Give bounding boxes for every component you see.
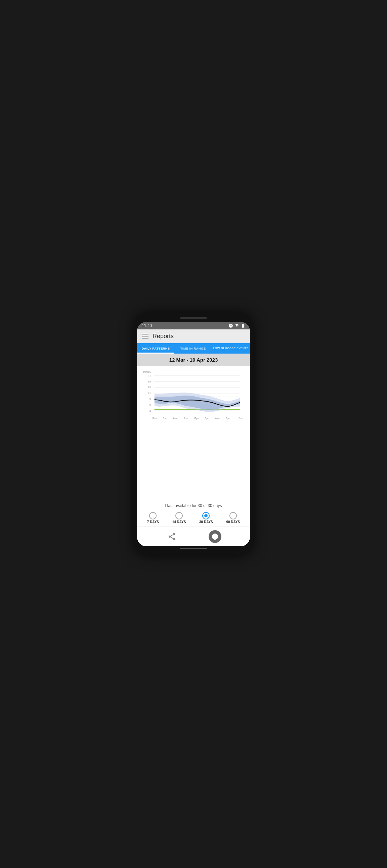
svg-text:12: 12 [148, 392, 151, 395]
radio-14days[interactable] [175, 512, 183, 520]
app-title: Reports [152, 333, 174, 340]
info-button[interactable] [209, 530, 221, 543]
chart-wrap: mmol/L 21 18 15 12 9 6 [137, 366, 250, 501]
svg-text:12pm: 12pm [194, 417, 199, 420]
hamburger-icon[interactable] [142, 334, 148, 338]
status-time: 11:40 [142, 323, 152, 328]
wifi-icon [235, 323, 239, 328]
tab-daily-patterns[interactable]: DAILY PATTERNS [137, 343, 174, 353]
home-bar-line [180, 548, 207, 549]
days-selector: 7 DAYS 14 DAYS 30 DAYS 90 DAYS [137, 511, 250, 525]
app-bar: Reports [137, 330, 250, 343]
svg-text:21: 21 [148, 374, 151, 377]
day-option-14[interactable]: 14 DAYS [172, 512, 186, 524]
svg-text:3pm: 3pm [205, 417, 209, 420]
svg-text:mmol/L: mmol/L [143, 371, 151, 373]
label-7days: 7 DAYS [147, 520, 159, 524]
data-info: Data available for 30 of 30 days 7 DAYS … [137, 501, 250, 527]
share-button[interactable] [166, 530, 178, 543]
svg-text:12am: 12am [151, 417, 157, 419]
tab-time-in-range[interactable]: TIME IN RANGE [174, 343, 212, 353]
svg-text:9pm: 9pm [226, 417, 230, 420]
label-30days: 30 DAYS [199, 520, 213, 524]
svg-text:18: 18 [148, 380, 151, 383]
label-14days: 14 DAYS [172, 520, 186, 524]
svg-text:3am: 3am [162, 417, 167, 419]
svg-text:9: 9 [149, 398, 151, 401]
day-option-30[interactable]: 30 DAYS [199, 512, 213, 524]
info-icon [211, 533, 219, 540]
do-not-disturb-icon [229, 323, 233, 328]
daily-patterns-chart: mmol/L 21 18 15 12 9 6 [137, 369, 250, 436]
label-90days: 90 DAYS [226, 520, 240, 524]
tab-bar: DAILY PATTERNS TIME IN RANGE LOW GLUCOSE… [137, 343, 250, 353]
phone-screen: 11:40 Rep [137, 322, 250, 546]
battery-icon [241, 323, 245, 328]
svg-text:6pm: 6pm [215, 417, 220, 420]
date-range-bar: 12 Mar - 10 Apr 2023 [137, 353, 250, 366]
svg-text:9am: 9am [184, 417, 188, 419]
bottom-bar [137, 527, 250, 546]
radio-90days[interactable] [230, 512, 237, 520]
date-range-text: 12 Mar - 10 Apr 2023 [169, 357, 218, 363]
phone-notch [180, 317, 207, 319]
chart-container: mmol/L 21 18 15 12 9 6 [137, 366, 250, 546]
home-bar [137, 546, 250, 551]
data-availability-text: Data available for 30 of 30 days [137, 503, 250, 508]
svg-text:6: 6 [149, 403, 151, 406]
radio-30days[interactable] [202, 512, 210, 520]
svg-text:3: 3 [149, 409, 151, 412]
radio-7days[interactable] [149, 512, 156, 520]
svg-text:6am: 6am [173, 417, 178, 419]
status-icons [229, 323, 245, 328]
svg-text:12am: 12am [238, 417, 243, 419]
tab-low-glucose[interactable]: LOW GLUCOSE EVENTS [212, 343, 250, 353]
day-option-90[interactable]: 90 DAYS [226, 512, 240, 524]
phone-frame: 11:40 Rep [135, 313, 252, 555]
day-option-7[interactable]: 7 DAYS [147, 512, 159, 524]
share-icon [168, 532, 176, 541]
status-bar: 11:40 [137, 322, 250, 330]
svg-text:15: 15 [148, 386, 151, 389]
